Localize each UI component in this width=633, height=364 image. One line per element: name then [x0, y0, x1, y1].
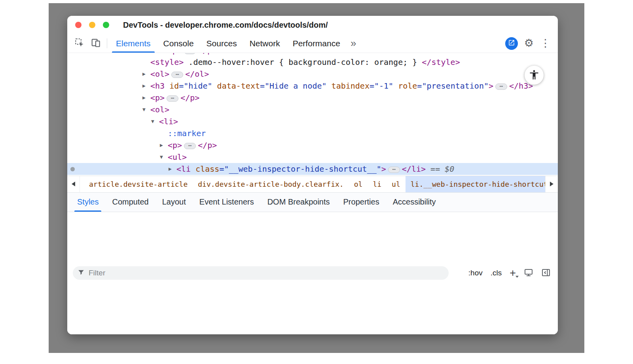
- settings-button[interactable]: ⚙: [524, 38, 534, 49]
- toolbar-divider: [107, 38, 107, 48]
- ellipsis-expand-button[interactable]: ⋯: [184, 143, 196, 149]
- node-li-selected[interactable]: ▶<li class="__web-inspector-hide-shortcu…: [67, 163, 558, 175]
- code-text: .demo--hover:hover { background-color: o…: [184, 57, 422, 67]
- collapsed-arrow-icon[interactable]: ▶: [169, 163, 176, 175]
- close-button[interactable]: [75, 22, 81, 28]
- code-meta-var: $0: [445, 164, 454, 174]
- node-h3-hide[interactable]: ▶<h3 id="hide" data-text="Hide a node" t…: [67, 80, 558, 92]
- tab-layout[interactable]: Layout: [155, 193, 193, 212]
- node-style[interactable]: <style> .demo--hover:hover { background-…: [67, 56, 558, 68]
- tab-event-listeners[interactable]: Event Listeners: [193, 193, 261, 212]
- code-tag: >: [489, 81, 493, 91]
- code-tag: <p>: [168, 140, 182, 150]
- sidebar-pane-tabs: Styles Computed Layout Event Listeners D…: [67, 192, 558, 212]
- devtools-toolbar: Elements Console Sources Network Perform…: [67, 34, 558, 53]
- breadcrumb-item-selected-li[interactable]: li.__web-inspector-hide-shortcut__: [406, 176, 545, 192]
- node-ol-expanded[interactable]: ▼<ol>: [67, 104, 558, 116]
- code-tag: <p>: [168, 53, 182, 55]
- rendering-emulation-button[interactable]: [524, 268, 533, 279]
- code-pseudo: ::marker: [168, 129, 206, 138]
- node-li-expanded[interactable]: ▼<li>: [67, 116, 558, 127]
- inspect-element-button[interactable]: [71, 34, 88, 53]
- panel-tabs: Elements Console Sources Network Perform…: [110, 34, 347, 53]
- dom-tree: ▶<p>⋯</p><style> .demo--hover:hover { ba…: [67, 53, 558, 176]
- code-tag: </p>: [198, 140, 217, 150]
- code-tag: </style>: [422, 57, 460, 67]
- selected-element-dot: [70, 167, 75, 171]
- expanded-arrow-icon[interactable]: ▼: [160, 151, 168, 163]
- toggle-sidebar-button[interactable]: [541, 268, 551, 279]
- filter-placeholder: Filter: [89, 269, 105, 277]
- styles-toolbar-controls: :hov .cls +: [468, 268, 552, 279]
- breadcrumb-item-ol[interactable]: ol: [349, 176, 368, 192]
- ellipsis-expand-button[interactable]: ⋯: [495, 83, 507, 90]
- tab-elements[interactable]: Elements: [110, 34, 157, 53]
- code-tag: <h3: [150, 81, 165, 91]
- node-ul-expanded[interactable]: ▼<ul>: [67, 151, 558, 163]
- node-p-collapsed[interactable]: ▶<p>⋯</p>: [67, 92, 558, 104]
- tab-sources[interactable]: Sources: [200, 34, 243, 53]
- tab-dom-breakpoints[interactable]: DOM Breakpoints: [261, 193, 337, 212]
- breadcrumb-item-ul[interactable]: ul: [387, 176, 406, 192]
- code-value: ="hide": [179, 81, 212, 91]
- tab-properties[interactable]: Properties: [337, 193, 386, 212]
- expanded-arrow-icon[interactable]: ▼: [142, 104, 150, 116]
- accessibility-overlay-button[interactable]: [525, 66, 544, 85]
- tab-performance[interactable]: Performance: [286, 34, 347, 53]
- breadcrumb: article.devsite-article div.devsite-arti…: [80, 176, 545, 192]
- devtools-window: DevTools - developer.chrome.com/docs/dev…: [67, 16, 558, 334]
- ellipsis-expand-button[interactable]: ⋯: [388, 167, 400, 173]
- tab-styles[interactable]: Styles: [70, 193, 105, 212]
- code-attr: role: [393, 81, 417, 91]
- collapsed-arrow-icon[interactable]: ▶: [142, 68, 150, 80]
- more-panels-button[interactable]: »: [347, 34, 360, 53]
- tab-network[interactable]: Network: [243, 34, 286, 53]
- tab-computed[interactable]: Computed: [105, 193, 155, 212]
- code-value: ="Hide a node": [260, 81, 327, 91]
- accessibility-person-icon: [529, 69, 540, 82]
- indent-spacer: [142, 136, 160, 136]
- more-options-button[interactable]: ⋮: [540, 38, 551, 49]
- code-attr: data-text: [212, 81, 260, 91]
- node-partial-top[interactable]: ▶<p>⋯</p>: [67, 53, 558, 56]
- elements-panel: ▶<p>⋯</p><style> .demo--hover:hover { ba…: [67, 53, 558, 176]
- collapsed-arrow-icon[interactable]: ▶: [169, 175, 176, 176]
- zoom-button[interactable]: [103, 22, 109, 28]
- open-in-new-icon: [508, 39, 515, 47]
- code-tag: <ol>: [150, 105, 169, 114]
- breadcrumb-item-li[interactable]: li: [368, 176, 387, 192]
- node-li-collapsed[interactable]: ▶<li>⋯</li>: [67, 175, 558, 176]
- device-toolbar-button[interactable]: [88, 34, 104, 53]
- expanded-arrow-icon[interactable]: ▼: [151, 116, 159, 127]
- new-style-rule-button[interactable]: +: [510, 268, 516, 279]
- collapsed-arrow-icon[interactable]: ▶: [142, 92, 150, 104]
- code-tag: <li>: [159, 117, 178, 126]
- element-classes-button[interactable]: .cls: [491, 269, 502, 277]
- collapsed-arrow-icon[interactable]: ▶: [142, 80, 150, 92]
- code-tag: >: [381, 164, 386, 174]
- code-value: ="presentation": [417, 81, 489, 91]
- breadcrumb-item-div[interactable]: div.devsite-article-body.clearfix.: [193, 176, 349, 192]
- ellipsis-expand-button[interactable]: ⋯: [171, 72, 183, 78]
- tab-console[interactable]: Console: [157, 34, 200, 53]
- styles-filter-input[interactable]: Filter: [73, 266, 449, 280]
- breadcrumb-scroll-right-button[interactable]: [545, 176, 558, 192]
- inspect-cursor-icon: [74, 38, 85, 49]
- collapsed-arrow-icon[interactable]: ▶: [160, 53, 168, 56]
- breadcrumb-item-article[interactable]: article.devsite-article: [84, 176, 193, 192]
- minimize-button[interactable]: [89, 22, 95, 28]
- code-tag: <li: [176, 164, 191, 174]
- toggle-element-state-button[interactable]: :hov: [468, 269, 483, 277]
- node-marker-pseudo[interactable]: ::marker: [67, 127, 558, 139]
- breadcrumb-scroll-left-button[interactable]: [67, 176, 80, 192]
- ellipsis-expand-button[interactable]: ⋯: [184, 53, 196, 54]
- code-tag: </ol>: [185, 69, 209, 79]
- breadcrumb-bar: article.devsite-article div.devsite-arti…: [67, 176, 558, 192]
- tab-accessibility[interactable]: Accessibility: [386, 193, 443, 212]
- node-ol-collapsed[interactable]: ▶<ol>⋯</ol>: [67, 68, 558, 80]
- popout-active-button[interactable]: [505, 37, 518, 50]
- title-bar: DevTools - developer.chrome.com/docs/dev…: [67, 16, 558, 34]
- node-p-collapsed[interactable]: ▶<p>⋯</p>: [67, 139, 558, 151]
- ellipsis-expand-button[interactable]: ⋯: [167, 95, 178, 102]
- collapsed-arrow-icon[interactable]: ▶: [160, 139, 168, 151]
